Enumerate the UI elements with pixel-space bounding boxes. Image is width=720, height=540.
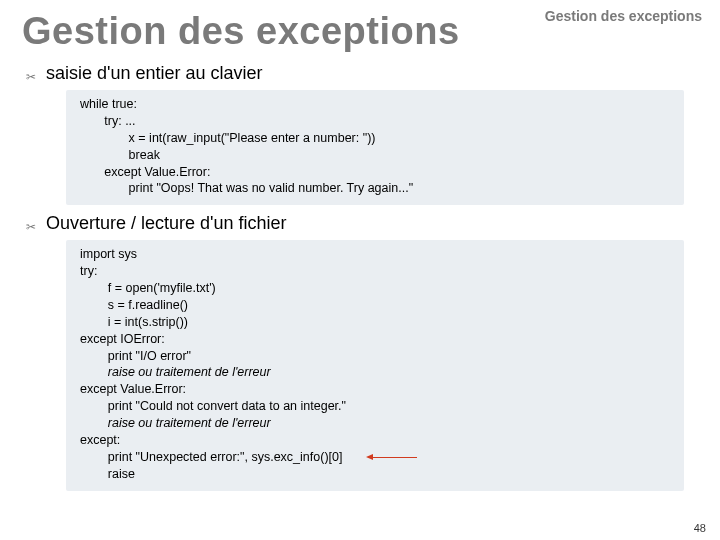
header-topic: Gestion des exceptions bbox=[545, 8, 702, 24]
bullet-icon: ✂ bbox=[26, 220, 36, 234]
section-1: ✂ saisie d'un entier au clavier while tr… bbox=[0, 63, 720, 205]
bullet-text-2: Ouverture / lecture d'un fichier bbox=[46, 213, 287, 234]
page-number: 48 bbox=[694, 522, 706, 534]
bullet-text-1: saisie d'un entier au clavier bbox=[46, 63, 263, 84]
code-block-2: import sys try: f = open('myfile.txt') s… bbox=[66, 240, 684, 490]
bullet-icon: ✂ bbox=[26, 70, 36, 84]
bullet-2: ✂ Ouverture / lecture d'un fichier bbox=[0, 213, 720, 234]
code-block-1: while true: try: ... x = int(raw_input("… bbox=[66, 90, 684, 205]
bullet-1: ✂ saisie d'un entier au clavier bbox=[0, 63, 720, 84]
arrow-icon bbox=[366, 449, 417, 467]
section-2: ✂ Ouverture / lecture d'un fichier impor… bbox=[0, 213, 720, 490]
